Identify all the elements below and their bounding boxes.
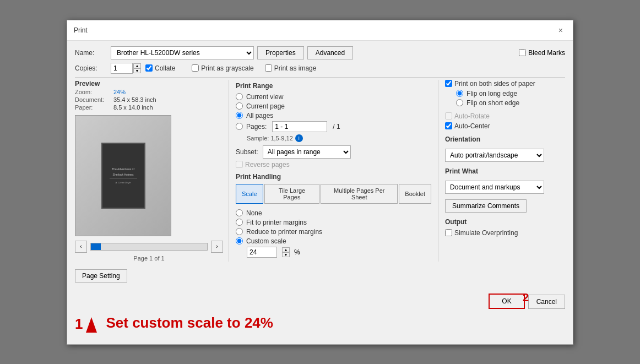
- annotation-1: 1: [75, 316, 83, 333]
- print-what-select[interactable]: Document and markups Document only Form …: [445, 181, 544, 194]
- print-image-label: Print as image: [274, 64, 317, 72]
- all-pages-radio[interactable]: [236, 112, 243, 119]
- print-grayscale-label: Print as grayscale: [201, 64, 253, 72]
- flip-long-option[interactable]: Flip on long edge: [456, 90, 565, 97]
- preview-label: Preview: [75, 80, 223, 88]
- output-section: Output Simulate Overprinting: [445, 218, 565, 237]
- percent-label: %: [294, 248, 300, 256]
- tile-large-tab[interactable]: Tile Large Pages: [264, 184, 320, 204]
- simulate-checkbox[interactable]: [445, 229, 452, 236]
- current-page-radio[interactable]: [236, 102, 243, 110]
- handling-tabs: Scale Tile Large Pages Multiple Pages Pe…: [236, 184, 431, 204]
- prev-page-button[interactable]: ‹: [75, 241, 87, 253]
- auto-rotate-checkbox: [445, 112, 452, 119]
- reduce-printer-option[interactable]: Reduce to printer margins: [236, 228, 431, 236]
- preview-image: The Adventures of Sherlock Holmes A. Con…: [75, 116, 171, 236]
- reduce-printer-radio[interactable]: [236, 228, 243, 235]
- none-option[interactable]: None: [236, 209, 431, 217]
- ok-button[interactable]: OK: [489, 294, 524, 309]
- bleed-marks-checkbox[interactable]: [519, 49, 526, 56]
- flip-long-radio[interactable]: [456, 90, 463, 97]
- output-label: Output: [445, 218, 565, 226]
- print-range-group: Current view Current page All pages: [236, 93, 431, 132]
- duplex-label[interactable]: Print on both sides of paper: [445, 80, 565, 88]
- scale-up[interactable]: ▲: [282, 247, 290, 252]
- scale-tab[interactable]: Scale: [236, 184, 263, 204]
- annotation-area: 1 Set custom scale to 24%: [67, 314, 573, 338]
- copies-label: Copies:: [75, 64, 111, 72]
- auto-rotate-option: Auto-Rotate: [445, 112, 565, 120]
- flip-short-option[interactable]: Flip on short edge: [456, 99, 565, 107]
- middle-panel: Print Range Current view Current page: [229, 80, 438, 262]
- current-page-option[interactable]: Current page: [236, 102, 431, 110]
- duplex-options: Flip on long edge Flip on short edge: [456, 90, 565, 107]
- doc-value: 35.4 x 58.3 inch: [113, 96, 156, 103]
- next-page-button[interactable]: ›: [211, 241, 223, 253]
- preview-box: The Adventures of Sherlock Holmes A. Con…: [75, 115, 171, 236]
- progress-fill: [91, 243, 101, 250]
- auto-center-checkbox[interactable]: [445, 122, 452, 129]
- printer-row: Name: Brother HL-L5200DW series Properti…: [75, 46, 565, 59]
- all-pages-option[interactable]: All pages: [236, 112, 431, 119]
- booklet-tab[interactable]: Booklet: [399, 184, 431, 204]
- duplex-checkbox[interactable]: [445, 80, 452, 87]
- copies-input[interactable]: 1: [111, 63, 133, 74]
- scale-down[interactable]: ▼: [282, 252, 290, 257]
- sample-text: Sample: 1,5-9,12: [247, 135, 293, 142]
- dialog-footer: OK Cancel: [67, 288, 573, 314]
- print-range-title: Print Range: [236, 82, 431, 90]
- copies-down[interactable]: ▼: [133, 68, 141, 73]
- none-radio[interactable]: [236, 209, 243, 216]
- scale-spinner: ▲ ▼: [282, 247, 290, 257]
- custom-scale-input[interactable]: [247, 247, 277, 258]
- doc-key: Document:: [75, 96, 113, 103]
- pages-option[interactable]: Pages: / 1: [236, 121, 431, 132]
- multiple-pages-tab[interactable]: Multiple Pages Per Sheet: [321, 184, 398, 204]
- cancel-button[interactable]: Cancel: [528, 295, 565, 309]
- document-row: Document: 35.4 x 58.3 inch: [75, 96, 223, 103]
- zoom-value: 24%: [113, 89, 126, 95]
- orientation-select[interactable]: Auto portrait/landscape Portrait Landsca…: [445, 149, 544, 162]
- up-arrow-icon: [86, 317, 97, 333]
- page-setting-button[interactable]: Page Setting: [75, 269, 127, 282]
- copies-up[interactable]: ▲: [133, 63, 141, 68]
- reverse-pages-checkbox: [236, 161, 243, 168]
- collate-checkbox[interactable]: [145, 64, 153, 72]
- advanced-button[interactable]: Advanced: [307, 46, 353, 59]
- bleed-marks-label: Bleed Marks: [528, 49, 565, 57]
- info-icon[interactable]: i: [295, 134, 303, 142]
- nav-row: ‹ ›: [75, 241, 223, 253]
- dialog-title: Print: [74, 26, 88, 34]
- summarize-comments-button[interactable]: Summarize Comments: [445, 199, 527, 213]
- pages-total: / 1: [333, 123, 340, 131]
- auto-center-option[interactable]: Auto-Center: [445, 122, 565, 130]
- pages-radio[interactable]: [236, 123, 243, 130]
- flip-short-radio[interactable]: [456, 99, 463, 106]
- left-panel: Preview Zoom: 24% Document: 35.4 x 58.3 …: [75, 80, 229, 262]
- printer-select[interactable]: Brother HL-L5200DW series: [111, 46, 254, 59]
- pages-input[interactable]: [272, 121, 327, 132]
- close-button[interactable]: ×: [555, 25, 566, 36]
- zoom-row: Zoom: 24%: [75, 89, 223, 95]
- current-view-option[interactable]: Current view: [236, 93, 431, 101]
- sample-row: Sample: 1,5-9,12 i: [247, 134, 431, 142]
- print-what-label: Print What: [445, 167, 565, 175]
- orientation-label: Orientation: [445, 135, 565, 143]
- printer-label: Name:: [75, 49, 111, 57]
- print-dialog: Print × Name: Brother HL-L5200DW series …: [67, 20, 573, 345]
- current-view-radio[interactable]: [236, 93, 243, 100]
- title-bar: Print ×: [67, 20, 573, 41]
- book-cover: The Adventures of Sherlock Holmes A. Con…: [101, 143, 145, 209]
- print-image-checkbox[interactable]: [265, 64, 272, 72]
- progress-bar: [90, 243, 208, 251]
- print-grayscale-checkbox[interactable]: [192, 64, 199, 72]
- paper-value: 8.5 x 14.0 inch: [113, 104, 153, 111]
- zoom-key: Zoom:: [75, 89, 113, 95]
- custom-scale-radio[interactable]: [236, 237, 243, 245]
- fit-printer-option[interactable]: Fit to printer margins: [236, 219, 431, 226]
- custom-scale-option[interactable]: Custom scale: [236, 237, 431, 245]
- instruction-text: Set custom scale to 24%: [106, 314, 273, 333]
- fit-printer-radio[interactable]: [236, 219, 243, 226]
- subset-select[interactable]: All pages in range Even pages only Odd p…: [263, 145, 351, 159]
- properties-button[interactable]: Properties: [257, 46, 304, 59]
